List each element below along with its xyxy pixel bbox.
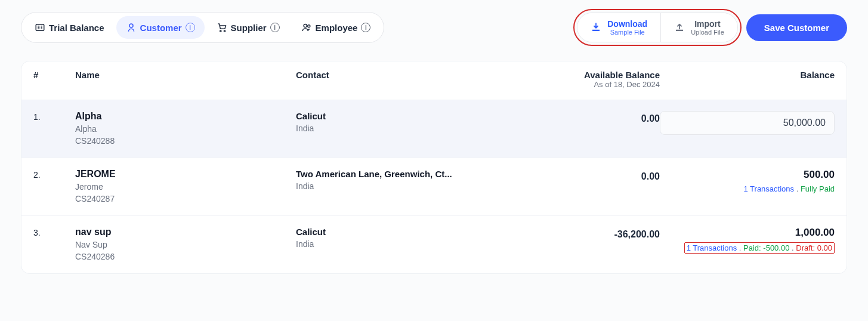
download-sample-button[interactable]: Download Sample File — [577, 13, 660, 42]
customer-code: CS240287 — [75, 194, 296, 203]
customer-name: nav sup — [75, 227, 296, 237]
import-title: Import — [694, 19, 721, 29]
name-cell: Alpha Alpha CS240288 — [75, 111, 296, 146]
ledger-icon — [35, 22, 45, 33]
customer-secondary: Jerome — [75, 182, 296, 192]
row-index: 1. — [33, 111, 75, 122]
tab-label: Employee — [316, 23, 358, 33]
available-balance: 0.00 — [493, 111, 660, 124]
customer-code: CS240286 — [75, 252, 296, 261]
import-file-button[interactable]: Import Upload File — [660, 13, 737, 42]
name-cell: JEROME Jerome CS240287 — [75, 169, 296, 203]
cart-icon — [217, 22, 227, 33]
customer-name: Alpha — [75, 111, 296, 122]
tab-customer[interactable]: Customer i — [116, 16, 205, 39]
available-balance: 0.00 — [493, 169, 660, 182]
tab-employee[interactable]: Employee i — [292, 16, 381, 39]
contact-location: Two American Lane, Greenwich, Ct... — [296, 169, 493, 179]
info-icon: i — [186, 23, 195, 32]
dot-separator: . — [792, 243, 794, 252]
download-title: Download — [607, 19, 647, 29]
upload-icon — [674, 22, 685, 33]
dot-separator: . — [796, 184, 799, 193]
paid-status: Fully Paid — [801, 184, 835, 193]
contact-country: India — [296, 124, 493, 133]
th-available: Available Balance As of 18, Dec 2024 — [493, 70, 660, 89]
th-contact: Contact — [296, 70, 493, 80]
info-icon: i — [361, 23, 370, 32]
transactions-link[interactable]: 1 Transactions — [687, 243, 737, 252]
balance-meta: 1 Transactions . Paid: -500.00 . Draft: … — [660, 242, 835, 254]
tab-label: Customer — [140, 23, 182, 33]
tab-group: Trial Balance Customer i Supplier i Empl… — [21, 12, 384, 43]
tab-trial-balance[interactable]: Trial Balance — [25, 16, 114, 39]
balance-amount: 500.00 — [660, 169, 835, 181]
download-sub: Sample File — [610, 29, 645, 36]
th-available-label: Available Balance — [493, 70, 660, 80]
table-row[interactable]: 3. nav sup Nav Sup CS240286 Calicut Indi… — [21, 216, 847, 273]
io-group: Download Sample File Import Upload File — [577, 13, 738, 42]
table-header-row: # Name Contact Available Balance As of 1… — [21, 61, 847, 100]
customer-name: JEROME — [75, 169, 296, 180]
customer-table: # Name Contact Available Balance As of 1… — [21, 61, 847, 274]
customer-secondary: Nav Sup — [75, 240, 296, 249]
balance-cell: 500.00 1 Transactions . Fully Paid — [660, 169, 835, 193]
row-index: 3. — [33, 227, 75, 237]
balance-cell: 1,000.00 1 Transactions . Paid: -500.00 … — [660, 227, 835, 254]
table-row[interactable]: 1. Alpha Alpha CS240288 Calicut India 0.… — [21, 100, 847, 158]
contact-cell: Two American Lane, Greenwich, Ct... Indi… — [296, 169, 493, 191]
balance-meta: 1 Transactions . Fully Paid — [660, 184, 835, 193]
name-cell: nav sup Nav Sup CS240286 — [75, 227, 296, 261]
svg-point-2 — [220, 30, 221, 32]
th-available-sub: As of 18, Dec 2024 — [493, 80, 660, 89]
svg-point-4 — [304, 24, 307, 27]
download-icon — [591, 22, 601, 33]
info-icon: i — [270, 23, 280, 32]
tab-label: Supplier — [231, 23, 267, 33]
tab-supplier[interactable]: Supplier i — [207, 16, 289, 39]
tab-label: Trial Balance — [49, 23, 104, 33]
contact-location: Calicut — [296, 111, 493, 121]
customer-code: CS240288 — [75, 136, 296, 146]
balance-amount: 1,000.00 — [660, 227, 835, 239]
th-index: # — [33, 70, 75, 80]
user-icon — [126, 22, 137, 33]
svg-point-1 — [129, 24, 133, 27]
save-customer-button[interactable]: Save Customer — [746, 14, 847, 41]
svg-point-5 — [307, 25, 310, 27]
balance-input[interactable] — [660, 111, 835, 135]
contact-country: India — [296, 181, 493, 191]
users-icon — [301, 22, 312, 33]
svg-rect-0 — [36, 24, 44, 31]
contact-cell: Calicut India — [296, 227, 493, 249]
balance-cell — [660, 111, 835, 135]
th-name: Name — [75, 70, 296, 80]
contact-cell: Calicut India — [296, 111, 493, 133]
contact-location: Calicut — [296, 227, 493, 237]
svg-point-3 — [224, 30, 225, 32]
dot-separator: . — [739, 243, 742, 252]
row-index: 2. — [33, 169, 75, 180]
contact-country: India — [296, 239, 493, 249]
draft-amount: Draft: 0.00 — [796, 243, 832, 252]
import-sub: Upload File — [691, 29, 724, 36]
available-balance: -36,200.00 — [493, 227, 660, 240]
table-row[interactable]: 2. JEROME Jerome CS240287 Two American L… — [21, 158, 847, 216]
paid-amount: Paid: -500.00 — [743, 243, 789, 252]
customer-secondary: Alpha — [75, 124, 296, 134]
th-balance: Balance — [660, 70, 835, 80]
transactions-link[interactable]: 1 Transactions — [744, 184, 795, 193]
right-actions: Download Sample File Import Upload File … — [577, 13, 847, 42]
